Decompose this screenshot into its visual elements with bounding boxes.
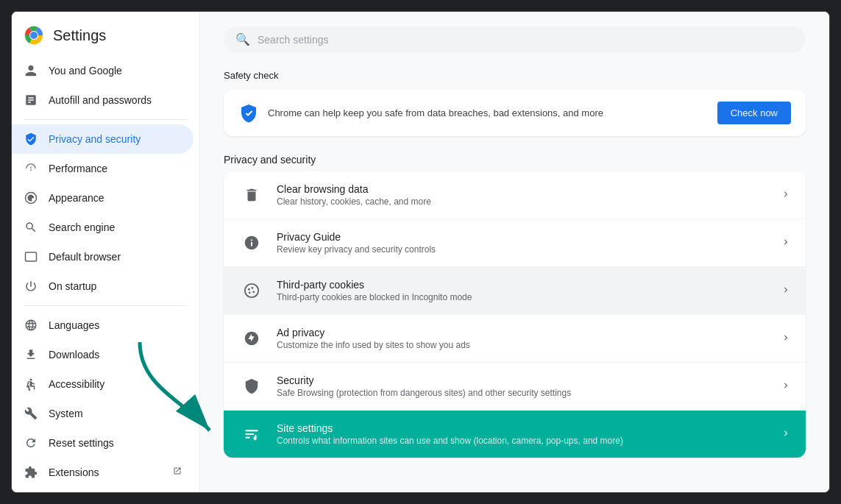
extensions-nav-icon (24, 465, 38, 480)
security-description: Safe Browsing (protection from dangerous… (277, 388, 781, 398)
site-settings-text: Site settingsControls what information s… (277, 422, 781, 446)
clear-browsing-description: Clear history, cookies, cache, and more (277, 196, 781, 207)
downloads-nav-icon (24, 347, 38, 362)
ad-privacy-title: Ad privacy (277, 327, 781, 338)
security-chevron-icon (781, 380, 791, 393)
clear-browsing-title: Clear browsing data (277, 183, 781, 195)
sidebar-nav: You and GoogleAutofill and passwordsPriv… (12, 53, 199, 492)
safety-check-description: Chrome can help keep you safe from data … (268, 107, 603, 118)
security-icon (238, 373, 265, 400)
sidebar-item-accessibility[interactable]: Accessibility (12, 369, 194, 399)
privacy-item-third-party-cookies[interactable]: Third-party cookiesThird-party cookies a… (224, 267, 806, 315)
svg-point-3 (30, 32, 38, 39)
third-party-cookies-text: Third-party cookiesThird-party cookies a… (277, 279, 781, 302)
sidebar-item-label-reset-settings: Reset settings (49, 436, 182, 450)
sidebar-item-label-autofill: Autofill and passwords (49, 93, 182, 107)
reset-settings-nav-icon (24, 436, 38, 450)
site-settings-title: Site settings (277, 422, 781, 434)
privacy-item-ad-privacy[interactable]: Ad privacyCustomize the info used by sit… (224, 315, 806, 363)
privacy-security-card: Clear browsing dataClear history, cookie… (224, 171, 806, 458)
you-and-google-nav-icon (24, 63, 38, 78)
sidebar-item-label-languages: Languages (49, 319, 182, 332)
search-icon: 🔍 (235, 32, 250, 46)
sidebar-item-on-startup[interactable]: On startup (12, 271, 194, 301)
sidebar-item-label-system: System (49, 407, 182, 420)
on-startup-nav-icon (24, 279, 38, 294)
clear-browsing-chevron-icon (781, 189, 791, 202)
privacy-guide-icon (238, 230, 265, 256)
search-bar[interactable]: 🔍 (224, 26, 806, 52)
sidebar-item-default-browser[interactable]: Default browser (12, 242, 194, 271)
main-content: 🔍 Safety check Chrome can help keep you … (200, 12, 829, 492)
site-settings-description: Controls what information sites can use … (277, 436, 781, 446)
privacy-security-section-title: Privacy and security (224, 154, 806, 166)
sidebar-item-downloads[interactable]: Downloads (12, 340, 194, 369)
nav-divider (24, 305, 188, 306)
third-party-cookies-icon (238, 277, 265, 304)
ad-privacy-description: Customize the info used by sites to show… (277, 340, 781, 350)
chrome-window: Settings You and GoogleAutofill and pass… (11, 11, 830, 493)
sidebar-item-appearance[interactable]: Appearance (12, 183, 194, 213)
privacy-guide-title: Privacy Guide (277, 231, 781, 243)
privacy-guide-description: Review key privacy and security controls (277, 244, 781, 255)
chrome-logo-icon (24, 25, 44, 46)
third-party-cookies-chevron-icon (781, 285, 791, 297)
sidebar-item-label-accessibility: Accessibility (49, 377, 182, 391)
sidebar-item-label-downloads: Downloads (49, 348, 182, 361)
search-engine-nav-icon (24, 220, 38, 235)
sidebar: Settings You and GoogleAutofill and pass… (12, 12, 200, 492)
safety-check-section-title: Safety check (224, 70, 806, 81)
search-input[interactable] (258, 34, 794, 46)
sidebar-item-label-appearance: Appearance (49, 191, 182, 205)
privacy-guide-text: Privacy GuideReview key privacy and secu… (277, 231, 781, 255)
ad-privacy-text: Ad privacyCustomize the info used by sit… (277, 327, 781, 350)
sidebar-item-label-extensions: Extensions (49, 466, 163, 479)
privacy-security-nav-icon (24, 132, 38, 146)
privacy-item-site-settings[interactable]: Site settingsControls what information s… (224, 411, 806, 458)
privacy-guide-chevron-icon (781, 237, 791, 249)
nav-divider (24, 119, 188, 120)
third-party-cookies-description: Third-party cookies are blocked in Incog… (277, 292, 781, 302)
security-title: Security (277, 375, 781, 386)
sidebar-item-label-default-browser: Default browser (49, 250, 182, 263)
performance-nav-icon (24, 161, 38, 176)
sidebar-title: Settings (53, 27, 106, 44)
ad-privacy-icon (238, 325, 265, 352)
sidebar-item-label-search-engine: Search engine (49, 221, 182, 234)
sidebar-item-system[interactable]: System (12, 399, 194, 428)
privacy-item-privacy-guide[interactable]: Privacy GuideReview key privacy and secu… (224, 219, 806, 267)
svg-point-9 (252, 287, 254, 289)
privacy-item-security[interactable]: SecuritySafe Browsing (protection from d… (224, 363, 806, 411)
sidebar-item-search-engine[interactable]: Search engine (12, 213, 194, 242)
safety-check-card: Chrome can help keep you safe from data … (224, 90, 806, 136)
svg-point-7 (245, 284, 258, 297)
svg-point-11 (249, 291, 251, 294)
check-now-button[interactable]: Check now (717, 102, 791, 124)
search-bar-wrapper: 🔍 (224, 26, 806, 52)
sidebar-item-reset-settings[interactable]: Reset settings (12, 428, 194, 458)
default-browser-nav-icon (24, 249, 38, 264)
safety-check-left: Chrome can help keep you safe from data … (238, 103, 603, 124)
privacy-item-clear-browsing[interactable]: Clear browsing dataClear history, cookie… (224, 171, 806, 219)
sidebar-item-label-performance: Performance (49, 162, 182, 175)
sidebar-item-label-on-startup: On startup (49, 280, 182, 293)
sidebar-item-autofill[interactable]: Autofill and passwords (12, 85, 194, 115)
sidebar-item-privacy-security[interactable]: Privacy and security (12, 124, 194, 154)
sidebar-item-extensions[interactable]: Extensions (12, 458, 194, 487)
sidebar-header: Settings (12, 12, 199, 53)
autofill-nav-icon (24, 93, 38, 107)
clear-browsing-text: Clear browsing dataClear history, cookie… (277, 183, 781, 207)
system-nav-icon (24, 406, 38, 421)
sidebar-item-performance[interactable]: Performance (12, 154, 194, 183)
site-settings-chevron-icon (781, 428, 791, 441)
external-link-icon (173, 466, 182, 479)
site-settings-icon (238, 421, 265, 447)
sidebar-item-label-you-and-google: You and Google (49, 64, 182, 77)
languages-nav-icon (24, 318, 38, 333)
sidebar-item-you-and-google[interactable]: You and Google (12, 56, 194, 85)
accessibility-nav-icon (24, 377, 38, 391)
ad-privacy-chevron-icon (781, 333, 791, 345)
sidebar-item-languages[interactable]: Languages (12, 310, 194, 340)
svg-rect-5 (26, 252, 37, 261)
security-text: SecuritySafe Browsing (protection from d… (277, 375, 781, 398)
